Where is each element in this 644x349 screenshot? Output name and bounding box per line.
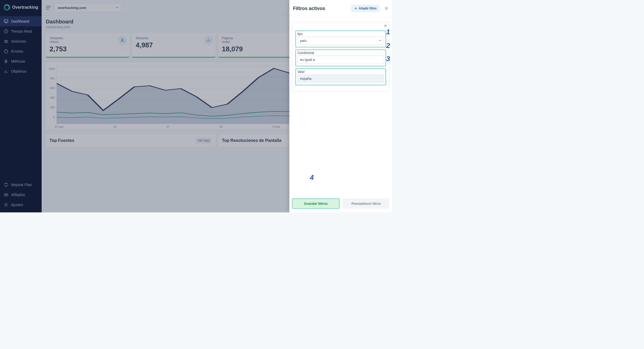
field-label: Condicional [297, 51, 384, 55]
close-icon[interactable]: ✕ [384, 6, 388, 11]
panel-title: Filtros activos [293, 6, 325, 11]
filter-type-group: tipo país [295, 31, 386, 47]
reset-filters-button[interactable]: Reestablecer filtros [343, 198, 389, 209]
add-filter-label: Añadir filtro [359, 7, 377, 10]
filter-type-select[interactable]: país [297, 37, 384, 45]
filter-value-input[interactable]: españa [297, 74, 384, 83]
filter-condition-group: Condicional es igual a [295, 49, 386, 66]
field-value: es igual a [300, 58, 315, 62]
panel-header: Filtros activos Añadir filtro ✕ [289, 0, 392, 17]
annotation-4: 4 [310, 173, 314, 182]
filter-panel: Filtros activos Añadir filtro ✕ ✕ tipo p… [289, 0, 392, 212]
filter-value-group: Valor españa [295, 68, 386, 85]
chevron-down-icon [379, 40, 381, 41]
field-label: Valor [297, 70, 384, 74]
field-value: españa [300, 77, 311, 81]
filter-block: ✕ tipo país Condicional es igual a Valor… [292, 22, 389, 91]
field-value: país [300, 39, 307, 43]
panel-body: ✕ tipo país Condicional es igual a Valor… [289, 17, 392, 196]
panel-footer: Guardar filtros Reestablecer filtros [289, 196, 392, 212]
remove-filter-icon[interactable]: ✕ [384, 24, 387, 28]
add-filter-button[interactable]: Añadir filtro [351, 5, 380, 12]
filter-condition-select[interactable]: es igual a [297, 56, 384, 64]
save-filters-button[interactable]: Guardar filtros [292, 198, 340, 209]
field-label: tipo [297, 32, 384, 36]
